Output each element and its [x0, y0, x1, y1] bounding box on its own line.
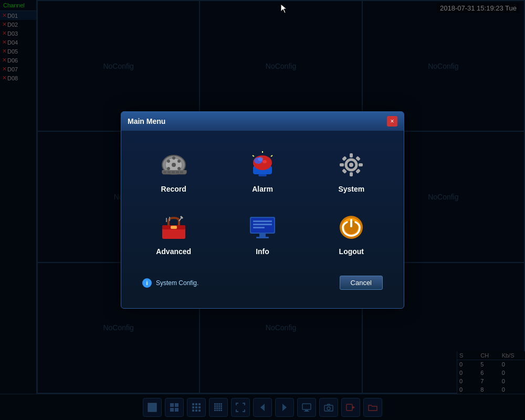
- record-icon: [158, 149, 190, 181]
- svg-rect-53: [180, 171, 183, 173]
- svg-point-42: [172, 163, 176, 167]
- svg-rect-66: [350, 172, 353, 176]
- modal-footer: i System Config. Cancel: [132, 271, 393, 298]
- svg-point-48: [177, 167, 181, 170]
- info-circle-icon: i: [142, 278, 152, 288]
- svg-rect-82: [253, 220, 272, 222]
- menu-label-system: System: [338, 185, 364, 193]
- main-container: Channel ✕ D01 ✕ D02 ✕ D03 ✕ D04 ✕ D05 ✕ …: [0, 0, 525, 420]
- menu-label-logout: Logout: [339, 247, 364, 256]
- cancel-button[interactable]: Cancel: [340, 276, 383, 290]
- svg-rect-70: [355, 156, 361, 161]
- svg-line-62: [253, 155, 254, 156]
- menu-item-system[interactable]: System: [310, 141, 393, 198]
- svg-rect-49: [163, 171, 166, 173]
- menu-label-info: Info: [256, 247, 269, 256]
- logout-icon: [335, 212, 367, 243]
- main-menu-modal: Main Menu ×: [121, 111, 404, 309]
- modal-header: Main Menu ×: [121, 112, 404, 131]
- svg-rect-72: [355, 169, 361, 174]
- modal-title: Main Menu: [128, 117, 165, 125]
- svg-point-47: [167, 167, 170, 170]
- menu-item-info[interactable]: Info: [220, 204, 304, 261]
- svg-rect-67: [340, 163, 344, 166]
- footer-info-text: System Config.: [156, 279, 198, 287]
- menu-item-advanced[interactable]: Advanced: [132, 204, 215, 261]
- menu-label-record: Record: [161, 185, 186, 193]
- footer-info: i System Config.: [142, 278, 198, 288]
- menu-grid: Record: [132, 141, 393, 261]
- svg-rect-75: [171, 226, 177, 229]
- svg-rect-68: [359, 163, 363, 166]
- svg-rect-50: [167, 171, 171, 173]
- svg-point-45: [167, 160, 170, 163]
- info-icon: [247, 212, 278, 243]
- menu-item-record[interactable]: Record: [132, 141, 215, 198]
- menu-label-alarm: Alarm: [252, 185, 273, 193]
- svg-rect-59: [258, 174, 267, 176]
- menu-label-advanced: Advanced: [156, 247, 191, 256]
- modal-overlay: Main Menu ×: [0, 0, 525, 420]
- modal-body: Record: [121, 131, 404, 308]
- svg-rect-84: [253, 227, 265, 228]
- svg-rect-71: [342, 169, 347, 174]
- svg-point-57: [258, 157, 263, 161]
- svg-point-58: [262, 160, 267, 163]
- svg-point-64: [349, 163, 353, 167]
- menu-item-logout[interactable]: Logout: [310, 204, 393, 261]
- svg-rect-65: [350, 153, 353, 158]
- modal-close-button[interactable]: ×: [387, 116, 397, 127]
- advanced-icon: [158, 212, 190, 243]
- menu-item-alarm[interactable]: Alarm: [220, 141, 304, 198]
- svg-rect-51: [172, 171, 175, 173]
- alarm-icon: [247, 149, 278, 181]
- system-icon: [335, 149, 367, 181]
- svg-point-43: [172, 156, 175, 160]
- svg-rect-52: [176, 171, 179, 173]
- svg-rect-85: [259, 234, 266, 237]
- svg-rect-86: [256, 237, 269, 238]
- svg-point-46: [177, 160, 181, 163]
- svg-rect-83: [253, 224, 272, 225]
- svg-rect-69: [342, 156, 347, 161]
- svg-line-61: [271, 155, 272, 156]
